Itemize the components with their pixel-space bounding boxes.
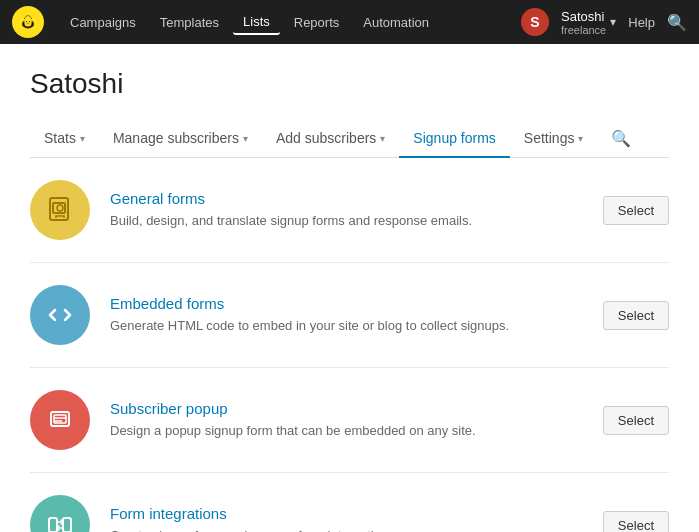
- embedded-forms-select[interactable]: Select: [603, 301, 669, 330]
- nav-automation[interactable]: Automation: [353, 11, 439, 34]
- integration-form-select[interactable]: Select: [603, 511, 669, 533]
- settings-chevron: ▾: [578, 133, 583, 144]
- form-item-popup: Subscriber popup Design a popup signup f…: [30, 368, 669, 473]
- popup-form-name[interactable]: Subscriber popup: [110, 400, 583, 417]
- subnav-stats-label: Stats: [44, 130, 76, 146]
- nav-reports[interactable]: Reports: [284, 11, 350, 34]
- subnav-add-label: Add subscribers: [276, 130, 376, 146]
- add-chevron: ▾: [380, 133, 385, 144]
- user-menu[interactable]: Satoshi freelance ▾: [561, 9, 616, 36]
- form-item-general: General forms Build, design, and transla…: [30, 158, 669, 263]
- svg-point-6: [24, 19, 26, 22]
- top-nav-links: Campaigns Templates Lists Reports Automa…: [60, 10, 521, 35]
- subnav-signup-label: Signup forms: [413, 130, 495, 146]
- subnav-settings-label: Settings: [524, 130, 575, 146]
- form-item-embedded: Embedded forms Generate HTML code to emb…: [30, 263, 669, 368]
- embedded-forms-details: Embedded forms Generate HTML code to emb…: [110, 295, 583, 335]
- forms-list: General forms Build, design, and transla…: [30, 158, 669, 532]
- top-nav: Campaigns Templates Lists Reports Automa…: [0, 0, 699, 44]
- popup-form-desc: Design a popup signup form that can be e…: [110, 422, 583, 440]
- integration-form-icon: [30, 495, 90, 532]
- general-forms-name[interactable]: General forms: [110, 190, 583, 207]
- integration-form-name[interactable]: Form integrations: [110, 505, 583, 522]
- general-forms-select[interactable]: Select: [603, 196, 669, 225]
- user-chevron: ▾: [610, 15, 616, 29]
- general-forms-details: General forms Build, design, and transla…: [110, 190, 583, 230]
- top-nav-right: S Satoshi freelance ▾ Help 🔍: [521, 8, 687, 36]
- svg-point-5: [29, 21, 30, 22]
- nav-lists[interactable]: Lists: [233, 10, 280, 35]
- form-item-integration: Form integrations Create signup forms us…: [30, 473, 669, 532]
- help-link[interactable]: Help: [628, 15, 655, 30]
- page-content: Satoshi Stats ▾ Manage subscribers ▾ Add…: [0, 44, 699, 532]
- user-name: Satoshi: [561, 9, 606, 24]
- general-forms-icon: [30, 180, 90, 240]
- mailchimp-logo: [12, 6, 44, 38]
- subnav-manage[interactable]: Manage subscribers ▾: [99, 120, 262, 158]
- sub-nav: Stats ▾ Manage subscribers ▾ Add subscri…: [30, 120, 669, 158]
- svg-point-4: [26, 21, 27, 22]
- popup-form-select[interactable]: Select: [603, 406, 669, 435]
- stats-chevron: ▾: [80, 133, 85, 144]
- subnav-stats[interactable]: Stats ▾: [30, 120, 99, 158]
- svg-point-10: [57, 205, 63, 211]
- integration-form-desc: Create signup forms using one of our int…: [110, 527, 583, 532]
- svg-rect-12: [54, 415, 66, 423]
- svg-point-7: [30, 19, 32, 22]
- manage-chevron: ▾: [243, 133, 248, 144]
- embedded-forms-desc: Generate HTML code to embed in your site…: [110, 317, 583, 335]
- page-title: Satoshi: [30, 68, 669, 100]
- user-avatar: S: [521, 8, 549, 36]
- embedded-forms-name[interactable]: Embedded forms: [110, 295, 583, 312]
- embedded-forms-icon: [30, 285, 90, 345]
- general-forms-desc: Build, design, and translate signup form…: [110, 212, 583, 230]
- search-icon[interactable]: 🔍: [667, 13, 687, 32]
- subnav-add[interactable]: Add subscribers ▾: [262, 120, 399, 158]
- integration-form-details: Form integrations Create signup forms us…: [110, 505, 583, 532]
- subnav-settings[interactable]: Settings ▾: [510, 120, 598, 158]
- popup-form-details: Subscriber popup Design a popup signup f…: [110, 400, 583, 440]
- user-subtitle: freelance: [561, 24, 606, 36]
- nav-campaigns[interactable]: Campaigns: [60, 11, 146, 34]
- subnav-manage-label: Manage subscribers: [113, 130, 239, 146]
- subnav-signup[interactable]: Signup forms: [399, 120, 509, 158]
- subnav-search-icon[interactable]: 🔍: [597, 121, 645, 156]
- svg-rect-15: [49, 518, 57, 532]
- svg-rect-16: [63, 518, 71, 532]
- popup-form-icon: [30, 390, 90, 450]
- nav-templates[interactable]: Templates: [150, 11, 229, 34]
